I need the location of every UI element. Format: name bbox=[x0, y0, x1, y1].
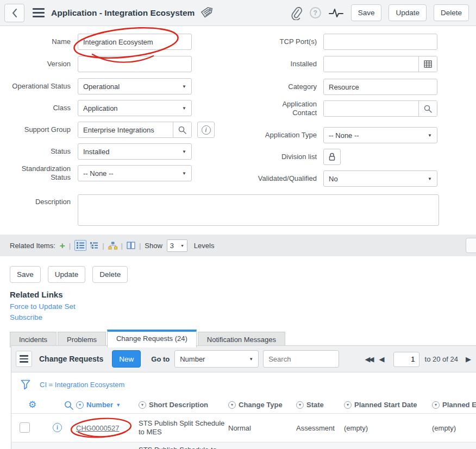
validated-qualified-select[interactable]: No ▼ bbox=[323, 170, 437, 187]
previous-page-icon[interactable]: ◀ bbox=[379, 355, 385, 363]
table-row: STS Publish Schedule to bbox=[11, 442, 476, 449]
update-button-bottom[interactable]: Update bbox=[48, 266, 86, 283]
field-row-status: Status Installed ▼ bbox=[0, 143, 192, 160]
application-contact-input[interactable] bbox=[324, 101, 418, 116]
field-row-application-type: Application Type -- None -- ▼ bbox=[238, 127, 437, 143]
back-button[interactable] bbox=[4, 4, 24, 22]
record-link[interactable]: CHG0000527 bbox=[76, 424, 120, 432]
description-label: Description bbox=[0, 194, 71, 206]
goto-field-select[interactable]: Number ▼ bbox=[174, 350, 259, 368]
row-checkbox[interactable] bbox=[20, 422, 30, 433]
category-label: Category bbox=[238, 83, 317, 91]
tab-change-requests[interactable]: Change Requests (24) bbox=[107, 330, 197, 347]
show-label: Show bbox=[145, 242, 162, 250]
delete-button[interactable]: Delete bbox=[434, 4, 469, 21]
application-contact-lookup-button[interactable] bbox=[418, 101, 437, 116]
standardization-status-select[interactable]: -- None -- ▼ bbox=[78, 165, 192, 181]
short-description-cell: STS Publish Schedule to bbox=[139, 446, 226, 449]
column-header-change-type[interactable]: ▾ Change Type bbox=[228, 401, 283, 409]
planned-end-date-cell: (empty) bbox=[432, 424, 456, 432]
column-menu-icon: ▾ bbox=[76, 401, 84, 409]
page-range-label: to 20 of 24 bbox=[425, 355, 458, 363]
delete-button-bottom[interactable]: Delete bbox=[92, 266, 128, 283]
name-input[interactable] bbox=[78, 34, 192, 50]
calendar-icon bbox=[424, 60, 432, 68]
page-number-input[interactable] bbox=[393, 352, 419, 367]
status-label: Status bbox=[0, 147, 71, 156]
columns-view-icon[interactable] bbox=[127, 242, 135, 249]
chevron-left-icon bbox=[11, 8, 18, 18]
tags-icon[interactable] bbox=[200, 5, 215, 21]
installed-calendar-button[interactable] bbox=[418, 56, 437, 72]
filter-icon[interactable] bbox=[21, 380, 30, 390]
chevron-down-icon: ▼ bbox=[182, 106, 186, 111]
row-info-icon[interactable]: i bbox=[53, 423, 62, 432]
list-context-menu-button[interactable] bbox=[16, 351, 32, 367]
chevron-down-icon: ▼ bbox=[182, 84, 186, 89]
new-button[interactable]: New bbox=[112, 350, 141, 368]
activity-stream-icon[interactable] bbox=[329, 8, 343, 18]
force-to-update-set-link[interactable]: Force to Update Set bbox=[10, 302, 76, 311]
installed-date-input[interactable] bbox=[324, 56, 418, 72]
change-requests-list: Change Requests New Go to Number ▼ ◀◀ ◀ … bbox=[11, 345, 476, 449]
support-group-input[interactable] bbox=[78, 122, 173, 137]
list-title: Change Requests bbox=[39, 355, 103, 363]
field-row-application-contact: Application Contact bbox=[238, 100, 437, 117]
related-items-partial-button[interactable] bbox=[466, 238, 476, 253]
sort-desc-icon: ▼ bbox=[116, 402, 121, 408]
add-related-item-icon[interactable]: + bbox=[60, 241, 65, 250]
field-row-installed: Installed bbox=[238, 56, 437, 72]
field-row-tcp-ports: TCP Port(s) bbox=[238, 34, 437, 50]
field-row-description: Description bbox=[0, 194, 439, 226]
column-header-state[interactable]: ▾ State bbox=[296, 401, 324, 409]
info-icon: i bbox=[202, 125, 211, 135]
list-view-icon[interactable] bbox=[74, 240, 86, 251]
field-row-support-group: Support Group i bbox=[0, 122, 215, 138]
column-search-icon[interactable] bbox=[64, 401, 73, 412]
subscribe-link[interactable]: Subscribe bbox=[10, 313, 42, 321]
short-description-cell: STS Publish Split Schedule to MES bbox=[139, 419, 226, 437]
column-header-planned-start-date[interactable]: ▾ Planned Start Date bbox=[344, 401, 417, 409]
tree-view-icon[interactable] bbox=[90, 242, 98, 249]
name-label: Name bbox=[0, 37, 71, 46]
column-header-number[interactable]: ▾ Number ▼ bbox=[76, 401, 121, 409]
class-select[interactable]: Application ▼ bbox=[78, 100, 192, 116]
hierarchy-view-icon[interactable] bbox=[108, 242, 117, 250]
attachment-icon[interactable] bbox=[290, 6, 302, 20]
filter-breadcrumb[interactable]: CI = Integration Ecosystem bbox=[40, 381, 124, 389]
column-header-planned-end-date[interactable]: ▾ Planned End Date bbox=[432, 401, 476, 409]
save-button-bottom[interactable]: Save bbox=[10, 266, 41, 283]
list-header-row: ⚙ ▾ Number ▼ ▾ Short Description ▾ Chang… bbox=[11, 396, 476, 414]
list-search-input[interactable] bbox=[263, 350, 339, 368]
gear-icon[interactable]: ⚙ bbox=[28, 400, 36, 409]
form-header-bar: Application - Integration Ecosystem ? Sa… bbox=[0, 0, 476, 26]
application-contact-label: Application Contact bbox=[238, 100, 317, 117]
levels-select[interactable]: 3 ▼ bbox=[167, 239, 187, 252]
version-input[interactable] bbox=[78, 56, 192, 72]
first-page-icon[interactable]: ◀◀ bbox=[365, 355, 373, 363]
chevron-down-icon: ▼ bbox=[428, 176, 432, 181]
tcp-ports-input[interactable] bbox=[323, 34, 437, 50]
application-contact-reference bbox=[323, 100, 437, 117]
tcp-ports-label: TCP Port(s) bbox=[238, 37, 317, 46]
next-page-icon[interactable]: ▶ bbox=[466, 355, 471, 363]
related-items-toolbar: Related Items: + | | | | Show 3 ▼ Levels bbox=[0, 235, 476, 256]
column-menu-icon: ▾ bbox=[139, 401, 146, 409]
category-input[interactable] bbox=[323, 79, 437, 95]
support-group-lookup-button[interactable] bbox=[173, 122, 191, 137]
operational-status-select[interactable]: Operational ▼ bbox=[78, 78, 192, 94]
support-group-preview-button[interactable]: i bbox=[197, 122, 215, 138]
update-button[interactable]: Update bbox=[389, 4, 427, 21]
save-button[interactable]: Save bbox=[351, 4, 382, 21]
chevron-down-icon: ▼ bbox=[249, 357, 253, 362]
help-icon[interactable]: ? bbox=[310, 7, 321, 18]
division-list-unlock-button[interactable] bbox=[323, 149, 341, 165]
status-select[interactable]: Installed ▼ bbox=[78, 143, 192, 160]
description-textarea[interactable] bbox=[78, 194, 439, 226]
goto-label: Go to bbox=[151, 355, 170, 363]
class-label: Class bbox=[0, 104, 71, 112]
form-context-menu-icon[interactable] bbox=[33, 8, 45, 18]
field-row-version: Version bbox=[0, 56, 192, 72]
column-header-short-description[interactable]: ▾ Short Description bbox=[139, 401, 208, 409]
application-type-select[interactable]: -- None -- ▼ bbox=[323, 127, 437, 143]
